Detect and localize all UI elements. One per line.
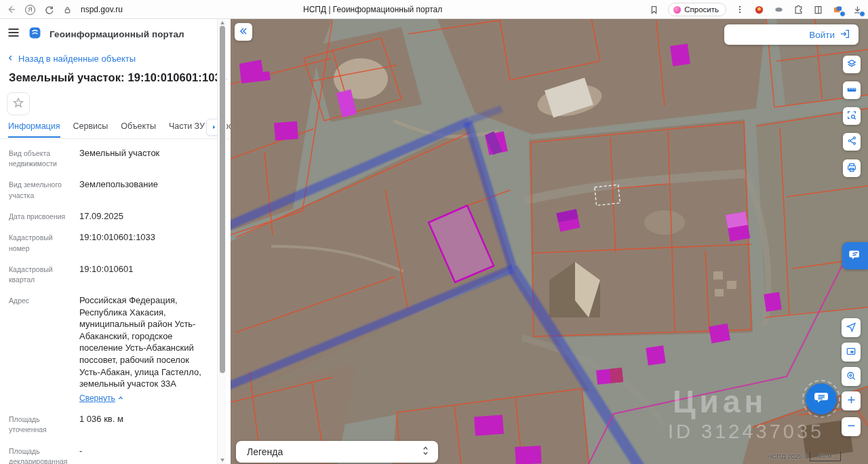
- app-title: Геоинформационный портал: [50, 29, 184, 39]
- area-select-button[interactable]: [843, 107, 861, 125]
- attribute-row-address: Адрес Российская Федерация, Республика Х…: [9, 294, 210, 404]
- address-bar-url[interactable]: nspd.gov.ru: [81, 5, 123, 14]
- overview-map-icon: [846, 346, 856, 359]
- attribute-list: Вид объекта недвижимостиЗемельный участо…: [0, 147, 231, 464]
- locate-button[interactable]: [842, 318, 861, 337]
- expand-collapse-icon: [421, 446, 430, 458]
- tab-objects[interactable]: Объекты: [121, 121, 156, 136]
- double-chevron-left-icon: [239, 26, 248, 38]
- attribute-row: Площадь декларированная-: [9, 445, 210, 464]
- tab-parts[interactable]: Части ЗУ: [169, 121, 205, 136]
- browser-chrome: Я nspd.gov.ru НСПД | Геоинформационный п…: [0, 0, 868, 19]
- area-select-icon: [846, 110, 857, 123]
- sidebar-toggle-icon[interactable]: [812, 4, 823, 15]
- attribute-row: Вид объекта недвижимостиЗемельный участо…: [9, 147, 210, 169]
- object-info-panel: Геоинформационный портал Назад в найденн…: [0, 19, 231, 464]
- lock-icon[interactable]: [63, 5, 72, 14]
- attribute-row: Площадь уточненная1 036 кв. м: [9, 413, 210, 435]
- tab-services[interactable]: Сервисы: [73, 121, 108, 136]
- extension-icon-2[interactable]: [773, 4, 784, 15]
- browser-refresh-icon[interactable]: [44, 5, 54, 15]
- map-canvas: Циан ID 312437035: [231, 19, 868, 464]
- attribute-row: Вид земельного участкаЗемлепользование: [9, 178, 210, 200]
- extension-badge: [840, 11, 846, 17]
- drawing-tools-icon: [848, 247, 863, 265]
- overview-map-button[interactable]: [842, 343, 861, 362]
- attribute-row: Дата присвоения17.09.2025: [9, 210, 210, 223]
- extension-icon-1[interactable]: [753, 4, 764, 15]
- navigate-arrow-icon: [846, 322, 856, 334]
- chat-button[interactable]: [806, 383, 837, 414]
- back-chevron-icon: [7, 54, 14, 64]
- scrollbar-up-arrow[interactable]: [220, 21, 224, 24]
- print-button[interactable]: [843, 159, 861, 177]
- ruler-icon: [846, 84, 857, 97]
- zoom-in-button[interactable]: [842, 391, 861, 410]
- login-icon: [840, 28, 850, 41]
- share-icon: [847, 136, 857, 148]
- layers-button[interactable]: [843, 56, 861, 73]
- svg-text:Циан: Циан: [673, 384, 767, 419]
- svg-text:ID 312437035: ID 312437035: [668, 421, 824, 442]
- satellite-map[interactable]: Циан ID 312437035 Войти Леге: [231, 19, 868, 464]
- bookmark-icon[interactable]: [649, 5, 659, 15]
- scrollbar-thumb[interactable]: [220, 26, 225, 373]
- minus-icon: [846, 421, 856, 433]
- star-icon: [12, 96, 25, 112]
- collapse-panel-button[interactable]: [235, 23, 252, 41]
- attribute-row: Кадастровый квартал19:10:010601: [9, 263, 210, 285]
- scale-bar: 20 м: [810, 452, 841, 461]
- yandex-browser-icon[interactable]: Я: [25, 5, 35, 15]
- page-tab-title: НСПД | Геоинформационный портал: [303, 5, 442, 14]
- search-location-icon: [846, 370, 856, 383]
- favorite-star-button[interactable]: [7, 92, 30, 115]
- print-icon: [846, 162, 857, 175]
- tab-information[interactable]: Информация: [8, 121, 60, 138]
- scrollbar-down-arrow[interactable]: [220, 459, 224, 462]
- ask-ai-button[interactable]: Спросить: [668, 3, 726, 16]
- map-attribution: НСПД 2025 ©: [768, 452, 808, 460]
- login-button[interactable]: Войти: [724, 24, 859, 45]
- downloads-badge: [859, 11, 865, 17]
- plus-icon: [846, 395, 856, 407]
- layers-icon: [846, 58, 857, 71]
- measure-button[interactable]: [843, 81, 861, 99]
- browser-back-icon[interactable]: [5, 4, 16, 15]
- caret-up-icon: [117, 395, 124, 402]
- back-to-results-link[interactable]: Назад в найденные объекты: [7, 54, 222, 64]
- downloads-icon[interactable]: [852, 4, 863, 15]
- extension-icon-3[interactable]: [832, 4, 843, 15]
- share-button[interactable]: [843, 133, 861, 151]
- tab-bar: Информация Сервисы Объекты Части ЗУ Сост…: [0, 121, 231, 139]
- attribute-row: Кадастровый номер19:10:010601:1033: [9, 231, 210, 253]
- portal-logo-icon: [28, 26, 41, 42]
- collapse-address-link[interactable]: Свернуть: [79, 393, 124, 404]
- menu-icon[interactable]: [7, 26, 20, 42]
- drawing-tools-button[interactable]: [842, 242, 868, 269]
- zoom-out-button[interactable]: [842, 417, 861, 436]
- legend-label: Легенда: [247, 446, 283, 457]
- chat-icon: [813, 389, 829, 408]
- browser-menu-icon[interactable]: [735, 5, 745, 14]
- panel-scrollbar[interactable]: [217, 19, 226, 464]
- legend-bar[interactable]: Легенда: [236, 441, 438, 463]
- page-title: Земельный участок: 19:10:010601:1033: [9, 71, 222, 84]
- extensions-puzzle-icon[interactable]: [793, 4, 804, 15]
- search-on-map-button[interactable]: [842, 367, 861, 386]
- ask-ai-icon: [673, 6, 681, 14]
